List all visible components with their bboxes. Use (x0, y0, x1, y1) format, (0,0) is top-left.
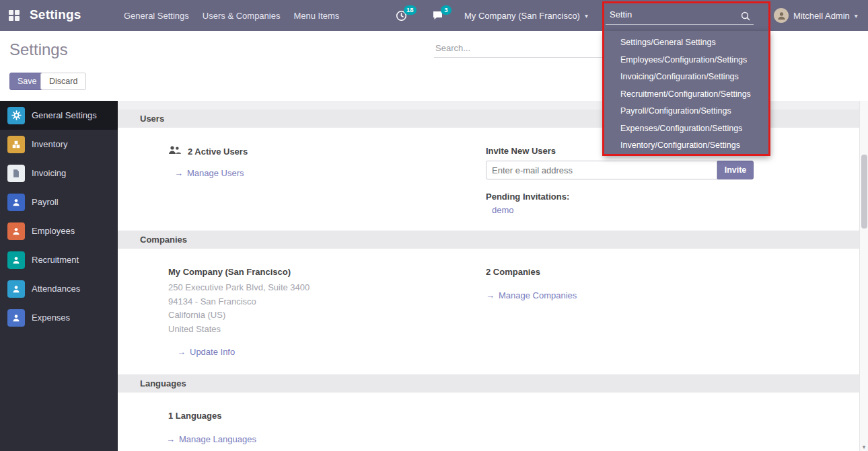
pending-invitations-label: Pending Invitations: (486, 192, 569, 202)
address-line: 250 Executive Park Blvd, Suite 3400 (168, 281, 310, 295)
company-name-label: My Company (San Francisco) (168, 267, 291, 277)
company-address: 250 Executive Park Blvd, Suite 3400 9413… (168, 281, 310, 336)
active-users-label: 2 Active Users (188, 147, 248, 157)
page-title: Settings (9, 40, 68, 59)
search-autocomplete-dropdown: Settings/General Settings Employees/Conf… (604, 31, 770, 156)
discard-button[interactable]: Discard (40, 73, 86, 90)
sidebar-item-recruitment[interactable]: Recruitment (0, 245, 118, 274)
companies-count-label: 2 Companies (486, 267, 540, 277)
app-title[interactable]: Settings (30, 7, 81, 22)
chevron-down-icon: ▾ (855, 12, 858, 19)
arrow-right-icon: → (166, 434, 175, 444)
manage-companies-link[interactable]: →Manage Companies (486, 290, 577, 300)
person-icon (7, 280, 25, 298)
dropdown-item[interactable]: Inventory/Configuration/Settings (604, 137, 770, 155)
user-menu[interactable]: Mitchell Admin ▾ (774, 0, 858, 31)
company-switcher[interactable]: My Company (San Francisco) ▾ (464, 0, 588, 31)
document-icon (7, 165, 25, 182)
invite-button[interactable]: Invite (717, 161, 754, 179)
dropdown-item[interactable]: Recruitment/Configuration/Settings (604, 86, 770, 104)
vertical-scrollbar[interactable]: ▾ (859, 101, 868, 451)
person-icon (7, 251, 25, 269)
arrow-right-icon: → (177, 347, 186, 357)
dropdown-item[interactable]: Settings/General Settings (604, 34, 770, 52)
person-icon (7, 222, 25, 240)
arrow-right-icon: → (174, 168, 183, 178)
dropdown-item[interactable]: Expenses/Configuration/Settings (604, 120, 770, 138)
sidebar-item-label: General Settings (32, 110, 97, 120)
arrow-right-icon: → (486, 290, 495, 300)
address-line: 94134 - San Francisco (168, 295, 310, 309)
dropdown-item[interactable]: Payroll/Configuration/Settings (604, 103, 770, 120)
person-icon (7, 309, 25, 327)
invite-email-field[interactable] (486, 161, 717, 179)
boxes-icon (7, 136, 25, 153)
manage-users-link[interactable]: →Manage Users (174, 168, 244, 178)
search-icon[interactable] (741, 11, 750, 24)
sidebar-item-label: Expenses (32, 313, 70, 323)
sidebar-item-employees[interactable]: Employees (0, 216, 118, 245)
pending-user-link[interactable]: demo (492, 205, 514, 215)
sidebar-item-attendances[interactable]: Attendances (0, 274, 118, 303)
sidebar-item-inventory[interactable]: Inventory (0, 130, 118, 159)
person-icon (7, 194, 25, 211)
sidebar-item-label: Payroll (32, 197, 59, 207)
sidebar-item-label: Attendances (32, 284, 80, 294)
save-button[interactable]: Save (9, 73, 45, 90)
apps-grid-icon[interactable] (9, 10, 20, 21)
sidebar-item-label: Employees (32, 226, 75, 236)
section-header-companies: Companies (118, 231, 859, 249)
sidebar-item-payroll[interactable]: Payroll (0, 188, 118, 216)
address-line: United States (168, 323, 310, 337)
chevron-down-icon: ▾ (585, 12, 588, 19)
settings-sidebar: General Settings Inventory Invoicing Pay… (0, 101, 118, 451)
menu-menu-items[interactable]: Menu Items (293, 11, 339, 21)
menu-users-companies[interactable]: Users & Companies (203, 11, 281, 21)
address-line: California (US) (168, 309, 310, 323)
active-users-row: 2 Active Users (168, 145, 248, 158)
user-name: Mitchell Admin (793, 11, 850, 21)
top-navbar: Settings General Settings Users & Compan… (0, 0, 868, 31)
dropdown-item[interactable]: Employees/Configuration/Settings (604, 52, 770, 69)
users-group-icon (168, 145, 182, 158)
manage-languages-link[interactable]: →Manage Languages (166, 434, 256, 444)
messages-badge: 3 (441, 5, 451, 15)
sidebar-item-invoicing[interactable]: Invoicing (0, 159, 118, 188)
avatar (774, 8, 789, 23)
invite-row: Invite (486, 161, 754, 179)
sidebar-item-label: Invoicing (32, 168, 66, 178)
languages-count-label: 1 Languages (168, 411, 221, 421)
update-info-link[interactable]: →Update Info (177, 347, 235, 357)
sidebar-item-expenses[interactable]: Expenses (0, 303, 118, 332)
sidebar-item-label: Recruitment (32, 255, 79, 265)
navbar-menu: General Settings Users & Companies Menu … (124, 0, 339, 31)
gear-icon (7, 107, 25, 124)
company-name: My Company (San Francisco) (464, 11, 580, 21)
navbar-search (606, 5, 754, 25)
activity-badge: 18 (404, 5, 417, 15)
navbar-search-input[interactable] (606, 5, 733, 19)
dropdown-item[interactable]: Invoicing/Configuration/Settings (604, 69, 770, 86)
section-header-languages: Languages (118, 374, 859, 393)
sidebar-item-general-settings[interactable]: General Settings (0, 101, 118, 130)
menu-general-settings[interactable]: General Settings (124, 11, 189, 21)
scroll-down-arrow-icon[interactable]: ▾ (860, 444, 868, 450)
invite-new-users-label: Invite New Users (486, 146, 556, 156)
sidebar-item-label: Inventory (32, 139, 67, 149)
scrollbar-thumb[interactable] (861, 155, 867, 229)
